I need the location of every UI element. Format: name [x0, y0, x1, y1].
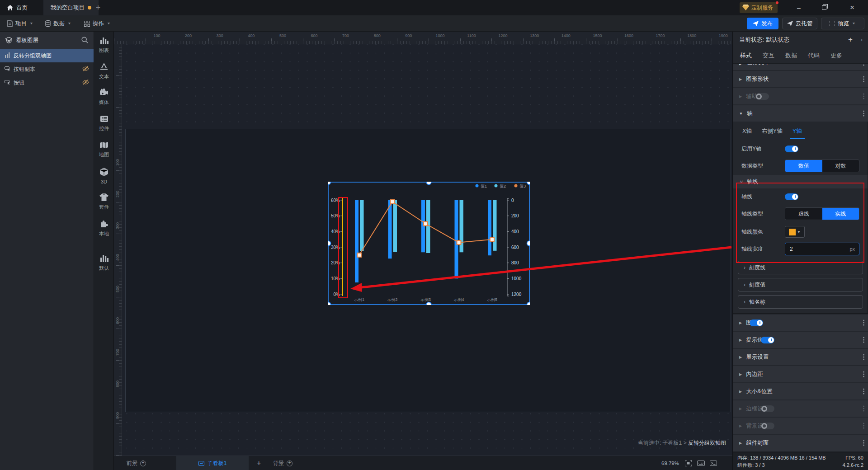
section-graphic-text-partial[interactable]: ▶ 图形文本 — [733, 64, 868, 70]
strip-item-chart[interactable]: 图表 — [94, 32, 114, 58]
tab-data[interactable]: 数据 — [785, 52, 797, 60]
section-display-settings[interactable]: ▶展示设置 — [733, 349, 868, 365]
section-graphic-shape[interactable]: ▶ 图形形状 — [733, 71, 868, 87]
strip-item-map[interactable]: 地图 — [94, 136, 114, 163]
tab-interaction[interactable]: 交互 — [763, 52, 774, 60]
custom-service-badge[interactable]: 定制服务 — [740, 2, 778, 13]
foreground-tab[interactable]: 前景 — [127, 456, 146, 470]
maximize-button[interactable] — [814, 0, 835, 15]
minimize-button[interactable]: – — [788, 0, 809, 15]
section-tooltip[interactable]: ▶提示信息 — [733, 332, 868, 348]
kebab-menu-icon[interactable] — [863, 96, 864, 97]
tab-more[interactable]: 更多 — [830, 52, 842, 60]
section-axis-name-label: 轴名称 — [749, 298, 765, 306]
selection-handle[interactable] — [426, 182, 431, 185]
preview-button[interactable]: 预览▼ — [821, 18, 864, 29]
section-toggle[interactable] — [761, 423, 774, 429]
selection-handle[interactable] — [527, 302, 530, 306]
tab-x-axis[interactable]: X轴 — [742, 127, 752, 135]
section-toggle[interactable] — [761, 337, 774, 343]
add-board-button[interactable]: + — [257, 456, 261, 470]
new-tab-button[interactable]: + — [90, 0, 106, 15]
section-axis-name[interactable]: › 轴名称 — [738, 295, 863, 309]
strip-item-text[interactable]: 文本 — [94, 58, 114, 84]
selection-handle[interactable] — [328, 241, 331, 246]
data-type-log-option[interactable]: 对数 — [822, 160, 859, 172]
eye-off-icon[interactable] — [82, 79, 89, 86]
tab-style[interactable]: 样式 — [740, 52, 752, 60]
layer-item[interactable]: 反转分组双轴图 — [0, 49, 94, 62]
menu-ops[interactable]: 操作▼ — [82, 15, 113, 32]
project-tab-label: 我的空白项目 — [51, 4, 85, 12]
menu-data[interactable]: 数据▼ — [43, 15, 73, 32]
search-icon[interactable] — [81, 37, 88, 43]
tab-y-axis[interactable]: Y轴 — [793, 127, 802, 135]
strip-item-label: 本地 — [99, 230, 109, 237]
zoom-level[interactable]: 69.79% — [661, 456, 679, 470]
kebab-menu-icon[interactable] — [863, 322, 864, 324]
keyboard-shortcuts-button[interactable] — [696, 459, 705, 467]
section-component-cover[interactable]: ▶组件封面 — [733, 435, 868, 451]
kebab-menu-icon[interactable] — [863, 79, 864, 80]
selection-handle[interactable] — [328, 302, 331, 306]
section-padding[interactable]: ▶内边距 — [733, 366, 868, 382]
kebab-menu-icon[interactable] — [863, 391, 864, 392]
menu-ops-label: 操作 — [93, 20, 104, 28]
fit-screen-button[interactable] — [684, 459, 693, 467]
collapse-panel-button[interactable]: › — [861, 36, 863, 43]
selection-handle[interactable] — [527, 241, 530, 246]
selection-handle[interactable] — [527, 182, 530, 185]
publish-button[interactable]: 发布 — [747, 18, 778, 29]
kebab-menu-icon[interactable] — [863, 374, 864, 375]
section-border-settings[interactable]: ▶边框设置 — [733, 400, 868, 417]
section-label: 大小&位置 — [746, 388, 772, 395]
background-tab[interactable]: 背景 — [273, 456, 292, 470]
console-button[interactable] — [709, 459, 718, 467]
enable-y-axis-toggle[interactable] — [785, 146, 798, 152]
layer-item[interactable]: 按钮 — [0, 76, 94, 89]
section-size-position[interactable]: ▶大小&位置 — [733, 383, 868, 400]
section-aux-line[interactable]: ▶ 辅助线 — [733, 88, 868, 104]
strip-item-widget[interactable]: 控件 — [94, 110, 114, 136]
menu-project[interactable]: 项目▼ — [5, 15, 35, 32]
strip-item-default-chart[interactable]: 默认 — [94, 249, 114, 276]
section-legend[interactable]: ▶图例 — [733, 315, 868, 331]
strip-item-suit[interactable]: 套件 — [94, 189, 114, 215]
tab-code[interactable]: 代码 — [808, 52, 820, 60]
section-toggle[interactable] — [750, 320, 763, 326]
add-background-icon[interactable] — [287, 461, 292, 466]
data-type-numeric-option[interactable]: 数值 — [785, 160, 822, 172]
kebab-menu-icon[interactable] — [863, 442, 864, 444]
strip-item-label: 媒体 — [99, 99, 109, 106]
add-foreground-icon[interactable] — [140, 461, 146, 466]
kebab-menu-icon[interactable] — [863, 425, 864, 427]
strip-item-puzzle[interactable]: 本地 — [94, 215, 114, 241]
strip-item-label: 套件 — [99, 204, 109, 211]
strip-item-media[interactable]: 媒体 — [94, 84, 114, 110]
aux-line-toggle[interactable] — [755, 93, 769, 100]
cloud-hosting-button[interactable]: 云托管 — [782, 18, 817, 29]
selection-handle[interactable] — [426, 302, 431, 306]
kebab-menu-icon[interactable] — [863, 113, 864, 114]
kebab-menu-icon[interactable] — [863, 408, 864, 409]
kebab-menu-icon[interactable] — [863, 357, 864, 358]
tab-home[interactable]: 首页 — [0, 0, 35, 15]
design-canvas[interactable]: 1002003004005006007008009001000110012001… — [114, 32, 732, 456]
add-state-button[interactable]: + — [848, 35, 853, 44]
version-label: 4.2.6-rc.2 — [843, 461, 863, 469]
section-background-settings[interactable]: ▶背景设置 — [733, 418, 868, 434]
selection-handle[interactable] — [328, 182, 331, 185]
eye-off-icon[interactable] — [82, 66, 89, 73]
kebab-menu-icon[interactable] — [863, 339, 864, 341]
section-toggle[interactable] — [761, 405, 774, 412]
layer-item[interactable]: 按钮副本 — [0, 62, 94, 76]
strip-item-cube-3d[interactable]: 3D — [94, 163, 114, 189]
restore-icon — [822, 5, 826, 10]
close-button[interactable]: × — [842, 0, 863, 15]
tab-right-y-axis[interactable]: 右侧Y轴 — [762, 127, 783, 135]
section-axis[interactable]: ▼ 轴 — [733, 105, 868, 122]
selected-chart-component[interactable]: 60%50%40%30%20%10%0%02004006008001000120… — [328, 182, 530, 307]
board-tab-active[interactable]: 子看板1 — [176, 456, 249, 470]
section-tick-value[interactable]: › 刻度值 — [738, 278, 863, 291]
chart-svg[interactable]: 60%50%40%30%20%10%0%02004006008001000120… — [328, 182, 530, 305]
